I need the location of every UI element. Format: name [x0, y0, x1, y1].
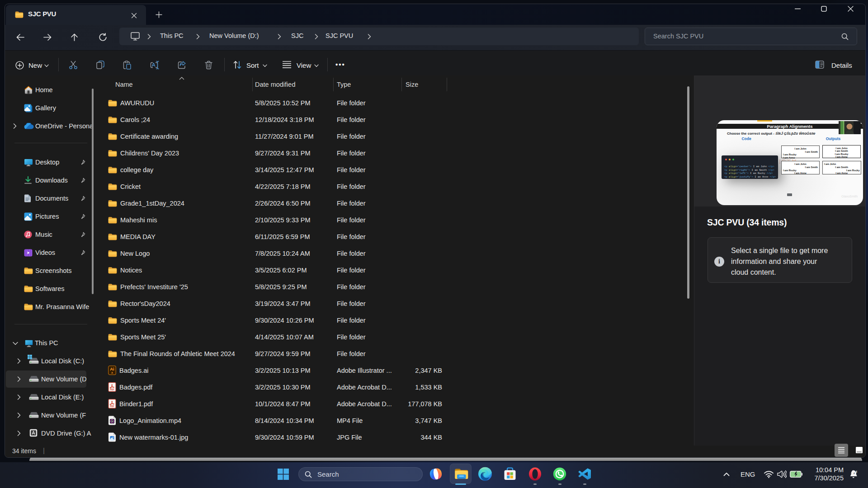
svg-text:z: z	[854, 472, 855, 474]
svg-text:z: z	[856, 469, 858, 474]
